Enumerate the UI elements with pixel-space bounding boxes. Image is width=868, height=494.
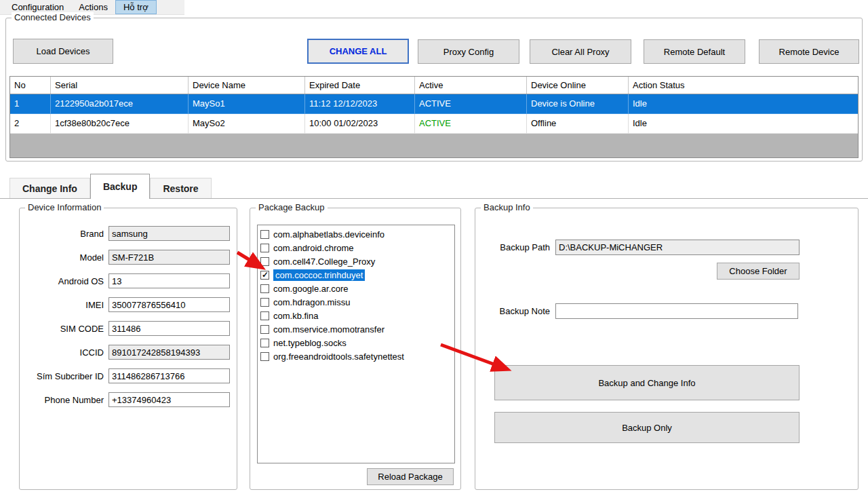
checkbox-icon[interactable]: [260, 325, 269, 334]
backup-note-label: Backup Note: [486, 306, 550, 316]
device-fields: Brand Model Android OS IMEI SIM CODE ICC…: [20, 208, 237, 407]
checkbox-icon[interactable]: [260, 352, 269, 361]
app-window: Configuration Actions Hỗ trợ Connected D…: [0, 0, 868, 494]
field-label: Android OS: [24, 276, 104, 286]
backup-path-field[interactable]: [555, 240, 800, 255]
backup-path-label: Backup Path: [486, 242, 550, 252]
devices-table-header: No Serial Device Name Expired Date Activ…: [10, 77, 858, 94]
device-information-title: Device Information: [25, 202, 104, 212]
package-list[interactable]: com.alphabetlabs.deviceinfo com.android.…: [257, 225, 455, 463]
backup-and-change-info-button[interactable]: Backup and Change Info: [494, 365, 800, 400]
cell-no: 2: [10, 114, 51, 134]
column-header-no[interactable]: No: [10, 77, 51, 94]
backup-only-button[interactable]: Backup Only: [494, 412, 800, 443]
sim-subscriber-id-field[interactable]: [108, 368, 230, 383]
checkbox-checked-icon[interactable]: [260, 271, 269, 280]
cell-serial: 2122950a2b017ece: [51, 94, 189, 114]
field-label: Sím Subcriber ID: [24, 371, 104, 381]
checkbox-icon[interactable]: [260, 298, 269, 307]
android-os-field[interactable]: [108, 273, 230, 288]
tab-backup[interactable]: Backup: [90, 174, 151, 199]
package-name: com.kb.fina: [273, 311, 318, 321]
field-row: Phone Number: [24, 392, 230, 407]
remote-default-button[interactable]: Remote Default: [644, 39, 745, 64]
checkbox-icon[interactable]: [260, 257, 269, 266]
package-backup-group: Package Backup com.alphabetlabs.devicein…: [250, 208, 461, 490]
package-backup-title: Package Backup: [256, 202, 328, 212]
brand-field[interactable]: [108, 226, 230, 241]
device-information-group: Device Information Brand Model Android O…: [19, 208, 237, 490]
package-list-item[interactable]: com.google.ar.core: [258, 282, 454, 295]
package-list-item[interactable]: com.hdragon.missu: [258, 295, 454, 309]
menu-item-support[interactable]: Hỗ trợ: [115, 0, 157, 14]
cell-active: ACTIVE: [415, 94, 527, 114]
column-header-device-name[interactable]: Device Name: [189, 77, 305, 94]
field-row: Android OS: [24, 273, 230, 288]
package-name: com.cell47.College_Proxy: [273, 256, 375, 267]
package-list-item[interactable]: org.freeandroidtools.safetynettest: [258, 349, 454, 363]
checkbox-icon[interactable]: [260, 284, 269, 293]
column-header-active[interactable]: Active: [415, 77, 527, 94]
change-all-button[interactable]: CHANGE ALL: [307, 39, 409, 64]
tab-restore[interactable]: Restore: [150, 178, 211, 198]
model-field[interactable]: [108, 250, 230, 265]
table-empty-area: [10, 134, 858, 157]
package-list-item[interactable]: com.alphabetlabs.deviceinfo: [258, 227, 454, 241]
backup-info-title: Backup Info: [481, 202, 533, 212]
checkbox-icon[interactable]: [260, 339, 269, 347]
tab-change-info[interactable]: Change Info: [9, 178, 90, 198]
devices-table: No Serial Device Name Expired Date Activ…: [9, 76, 859, 158]
remote-device-button[interactable]: Remote Device: [759, 39, 859, 64]
field-row: ICCID: [24, 345, 230, 360]
package-list-item[interactable]: com.cell47.College_Proxy: [258, 254, 454, 268]
field-label: ICCID: [24, 347, 104, 358]
cell-device-online: Device is Online: [527, 94, 629, 114]
package-list-item[interactable]: com.kb.fina: [258, 309, 454, 322]
field-row: Sím Subcriber ID: [24, 368, 230, 383]
cell-device-online: Offline: [527, 114, 629, 134]
cell-no: 1: [10, 94, 51, 114]
package-name: org.freeandroidtools.safetynettest: [273, 352, 404, 362]
iccid-field[interactable]: [108, 345, 230, 360]
package-name: com.android.chrome: [273, 243, 354, 253]
package-name: com.coccoc.trinhduyet: [273, 269, 365, 281]
reload-package-button[interactable]: Reload Package: [367, 468, 454, 485]
checkbox-icon[interactable]: [260, 311, 269, 320]
field-label: Model: [24, 252, 104, 263]
choose-folder-button[interactable]: Choose Folder: [717, 263, 800, 280]
package-name: net.typeblog.socks: [273, 338, 347, 348]
phone-number-field[interactable]: [108, 392, 230, 407]
field-label: IMEI: [24, 300, 104, 310]
proxy-config-button[interactable]: Proxy Config: [418, 39, 519, 64]
package-list-item-selected[interactable]: com.coccoc.trinhduyet: [258, 268, 454, 282]
package-name: com.hdragon.missu: [273, 297, 350, 307]
column-header-expired-date[interactable]: Expired Date: [305, 77, 415, 94]
backup-info-group: Backup Info Backup Path Choose Folder Ba…: [475, 208, 859, 490]
field-row: IMEI: [24, 297, 230, 312]
package-name: com.alphabetlabs.deviceinfo: [273, 229, 384, 240]
column-header-serial[interactable]: Serial: [51, 77, 189, 94]
table-row[interactable]: 2 1cf38e80b20c7ece MaySo2 10:00 01/02/20…: [10, 114, 858, 134]
load-devices-button[interactable]: Load Devices: [13, 39, 113, 64]
imei-field[interactable]: [108, 297, 230, 312]
field-label: Brand: [24, 229, 104, 239]
field-label: Phone Number: [24, 395, 104, 405]
package-list-item[interactable]: net.typeblog.socks: [258, 336, 454, 349]
cell-device-name: MaySo1: [189, 94, 305, 114]
cell-serial: 1cf38e80b20c7ece: [51, 114, 189, 134]
field-label: SIM CODE: [24, 324, 104, 334]
checkbox-icon[interactable]: [260, 230, 269, 239]
tab-strip: Change Info Backup Restore: [9, 174, 212, 199]
column-header-action-status[interactable]: Action Status: [629, 77, 858, 94]
package-list-item[interactable]: com.android.chrome: [258, 241, 454, 254]
column-header-device-online[interactable]: Device Online: [527, 77, 629, 94]
checkbox-icon[interactable]: [260, 244, 269, 252]
sim-code-field[interactable]: [108, 321, 230, 336]
cell-action-status: Idle: [629, 94, 858, 114]
clear-all-proxy-button[interactable]: Clear All Proxy: [530, 39, 631, 64]
cell-expired-date: 11:12 12/12/2023: [305, 94, 415, 114]
table-row[interactable]: 1 2122950a2b017ece MaySo1 11:12 12/12/20…: [10, 94, 858, 114]
connected-devices-title: Connected Devices: [12, 12, 94, 22]
package-list-item[interactable]: com.mservice.momotransfer: [258, 322, 454, 336]
backup-note-field[interactable]: [555, 303, 798, 319]
